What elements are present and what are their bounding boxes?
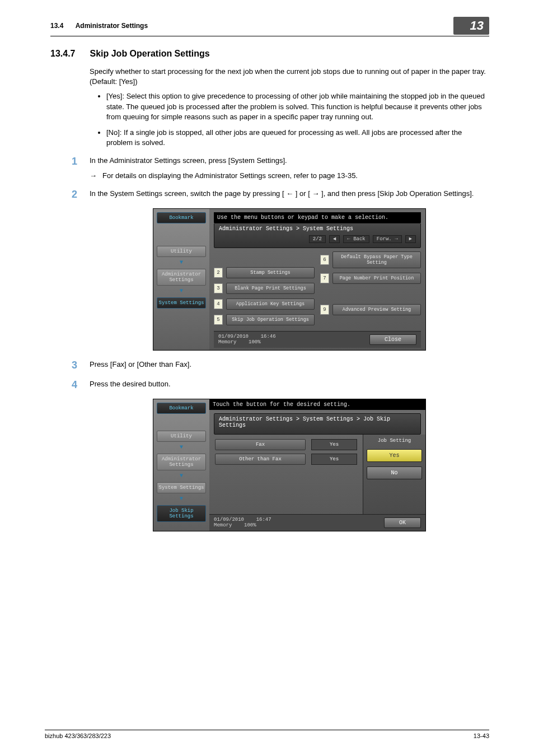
step-number: 3 bbox=[66, 360, 77, 371]
step-number: 2 bbox=[66, 189, 77, 200]
sidebar-item-system[interactable]: System Settings bbox=[157, 482, 206, 493]
breadcrumb: Administrator Settings > System Settings… bbox=[219, 416, 416, 428]
memory-value: 100% bbox=[249, 339, 261, 345]
section-title: Administrator Settings bbox=[76, 22, 148, 30]
step-text: In the System Settings screen, switch th… bbox=[90, 189, 489, 199]
step: 1 In the Administrator Settings screen, … bbox=[90, 156, 489, 180]
sidebar-item-job-skip[interactable]: Job Skip Settings bbox=[157, 505, 206, 522]
back-button[interactable]: ← Back bbox=[343, 235, 369, 243]
fax-value: Yes bbox=[311, 439, 357, 450]
memory-label: Memory bbox=[214, 522, 232, 528]
menu-default-bypass[interactable]: Default Bypass Paper Type Setting bbox=[332, 251, 421, 268]
chevron-down-icon: ▼ bbox=[157, 496, 206, 502]
menu-number: 6 bbox=[320, 255, 329, 265]
step-text: Press the desired button. bbox=[90, 379, 489, 389]
menu-application-key[interactable]: Application Key Settings bbox=[226, 298, 315, 310]
step-text: In the Administrator Settings screen, pr… bbox=[90, 156, 287, 165]
fax-button[interactable]: Fax bbox=[215, 439, 306, 450]
bookmark-button[interactable]: Bookmark bbox=[157, 212, 206, 223]
menu-number: 5 bbox=[214, 315, 223, 325]
footer-page: 13-43 bbox=[474, 732, 489, 739]
close-button[interactable]: Close bbox=[369, 334, 416, 345]
bookmark-button[interactable]: Bookmark bbox=[157, 403, 206, 414]
sidebar-item-system[interactable]: System Settings bbox=[157, 297, 206, 309]
panel-instruction: Touch the button for the desired setting… bbox=[209, 399, 425, 410]
ok-button[interactable]: OK bbox=[384, 517, 421, 528]
bullet-list: [Yes]: Select this option to give preced… bbox=[106, 91, 489, 148]
menu-number: 9 bbox=[320, 305, 329, 315]
subsection-title: Skip Job Operation Settings bbox=[90, 49, 209, 59]
sidebar-item-utility[interactable]: Utility bbox=[157, 431, 206, 442]
substep-text: For details on displaying the Administra… bbox=[102, 171, 358, 181]
footer-model: bizhub 423/363/283/223 bbox=[45, 732, 111, 739]
screenshot-panel-2: Bookmark Utility ▼ Administrator Setting… bbox=[153, 399, 426, 531]
sidebar-item-admin[interactable]: Administrator Settings bbox=[157, 269, 206, 286]
memory-label: Memory bbox=[218, 339, 236, 345]
menu-page-number-print[interactable]: Page Number Print Position bbox=[332, 273, 421, 284]
page-indicator: 2/2 bbox=[309, 235, 326, 243]
step-text: Press [Fax] or [Other than Fax]. bbox=[90, 360, 489, 370]
panel-instruction: Use the menu buttons or keypad to make a… bbox=[214, 212, 421, 223]
step-number: 1 bbox=[66, 156, 77, 167]
chapter-badge: 13 bbox=[453, 17, 489, 35]
subsection-heading: 13.4.7 Skip Job Operation Settings bbox=[50, 49, 489, 59]
menu-stamp-settings[interactable]: Stamp Settings bbox=[226, 267, 315, 278]
time-label: 16:47 bbox=[256, 517, 271, 522]
no-button[interactable]: No bbox=[367, 466, 422, 479]
menu-number: 4 bbox=[214, 299, 223, 309]
other-than-fax-value: Yes bbox=[311, 454, 357, 465]
sidebar-item-admin[interactable]: Administrator Settings bbox=[157, 454, 206, 470]
chevron-down-icon: ▼ bbox=[157, 288, 206, 294]
arrow-icon: → bbox=[90, 171, 97, 181]
other-than-fax-button[interactable]: Other than Fax bbox=[215, 454, 306, 465]
intro-paragraph: Specify whether to start processing for … bbox=[90, 67, 489, 87]
screenshot-panel-1: Bookmark Utility ▼ Administrator Setting… bbox=[153, 208, 426, 351]
step-substep: → For details on displaying the Administ… bbox=[90, 171, 489, 181]
memory-value: 100% bbox=[244, 522, 256, 528]
section-number: 13.4 bbox=[50, 22, 63, 30]
step-number: 4 bbox=[66, 379, 77, 391]
pager-next-button[interactable]: ► bbox=[405, 235, 416, 243]
step: 3 Press [Fax] or [Other than Fax]. bbox=[90, 360, 489, 371]
yes-button[interactable]: Yes bbox=[367, 449, 422, 462]
bullet-item: [Yes]: Select this option to give preced… bbox=[106, 91, 489, 122]
menu-skip-job-operation[interactable]: Skip Job Operation Settings bbox=[226, 314, 315, 325]
menu-number: 7 bbox=[320, 273, 329, 283]
date-label: 01/09/2010 bbox=[214, 517, 244, 522]
subsection-number: 13.4.7 bbox=[50, 49, 75, 59]
date-label: 01/09/2010 bbox=[218, 334, 249, 339]
breadcrumb: Administrator Settings > System Settings bbox=[219, 226, 416, 232]
menu-advanced-preview[interactable]: Advanced Preview Setting bbox=[332, 304, 421, 315]
time-label: 16:46 bbox=[261, 334, 276, 339]
sidebar-item-utility[interactable]: Utility bbox=[157, 246, 206, 257]
job-setting-label: Job Setting bbox=[367, 438, 422, 444]
step: 2 In the System Settings screen, switch … bbox=[90, 189, 489, 200]
chevron-down-icon: ▼ bbox=[157, 259, 206, 265]
chevron-down-icon: ▼ bbox=[157, 444, 206, 450]
bullet-item: [No]: If a single job is stopped, all ot… bbox=[106, 128, 489, 148]
chevron-down-icon: ▼ bbox=[157, 473, 206, 479]
menu-blank-page-print[interactable]: Blank Page Print Settings bbox=[226, 283, 315, 294]
pager-prev-button[interactable]: ◄ bbox=[329, 235, 340, 243]
page-header: 13.4 Administrator Settings 13 bbox=[50, 17, 489, 36]
menu-number: 2 bbox=[214, 268, 223, 278]
page-footer: bizhub 423/363/283/223 13-43 bbox=[45, 730, 489, 739]
menu-number: 3 bbox=[214, 283, 223, 293]
step: 4 Press the desired button. bbox=[90, 379, 489, 391]
forward-button[interactable]: Forw. → bbox=[373, 235, 402, 243]
